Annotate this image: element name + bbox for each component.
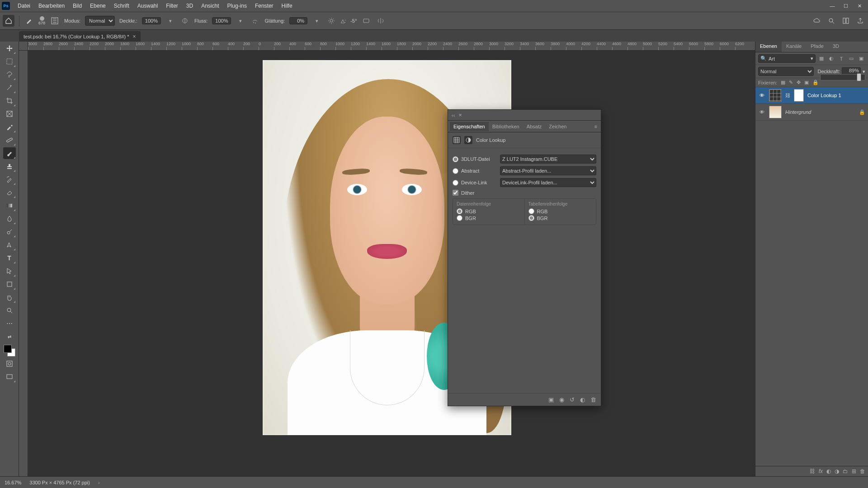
document-tab[interactable]: test.psdc bei 16,7% (Color Lookup 1, RGB… [19, 31, 141, 42]
brush-settings-button[interactable] [50, 16, 60, 26]
opacity-slider-handle[interactable] [857, 73, 861, 81]
wand-tool[interactable] [3, 82, 16, 94]
pen-tool[interactable] [3, 239, 16, 251]
flow-dropdown-icon[interactable]: ▾ [236, 16, 245, 26]
layer-visibility-toggle[interactable]: 👁 [758, 109, 765, 115]
window-close-button[interactable]: ✕ [853, 3, 866, 9]
zoom-tool[interactable] [3, 305, 16, 316]
menu-ansicht[interactable]: Ansicht [197, 3, 223, 9]
tab-bibliotheken[interactable]: Bibliotheken [489, 122, 523, 131]
workspace-button[interactable] [841, 16, 851, 26]
swap-colors[interactable]: ⇄ [3, 331, 16, 343]
menu-datei[interactable]: Datei [14, 3, 34, 9]
lock-position-button[interactable]: ✥ [797, 80, 801, 85]
device-radio[interactable]: Device-Link [453, 180, 495, 186]
smoothing-options-button[interactable] [326, 16, 336, 26]
tool-preset-button[interactable] [24, 16, 34, 26]
lasso-tool[interactable] [3, 69, 16, 80]
tab-3d-panel[interactable]: 3D [828, 42, 844, 52]
lock-all-button[interactable]: 🔒 [812, 80, 819, 85]
layer-fx-button[interactable]: fx [819, 468, 823, 474]
layer-mask-thumbnail[interactable] [794, 89, 804, 102]
ruler-horizontal[interactable]: 3000280026002400220020001800160014001200… [28, 42, 755, 51]
filter-smart-icon[interactable]: ▣ [857, 55, 865, 63]
tab-absatz[interactable]: Absatz [523, 122, 546, 131]
toggle-visibility-button[interactable]: ◉ [559, 396, 564, 403]
window-maximize-button[interactable]: ☐ [839, 3, 853, 9]
delete-adjustment-button[interactable]: 🗑 [590, 396, 596, 403]
path-select-tool[interactable] [3, 265, 16, 277]
panel-close-button[interactable]: × [457, 112, 464, 118]
opacity-slider-popup[interactable] [820, 74, 865, 80]
layer-row-adjustment[interactable]: 👁 ⛓ Color Lookup 1 [755, 87, 868, 104]
flow-value[interactable]: 100% [212, 17, 231, 24]
lut-radio[interactable]: 3DLUT-Datei [453, 156, 495, 162]
quickmask-button[interactable] [3, 358, 16, 370]
layer-thumbnail[interactable] [769, 89, 782, 102]
tab-ebenen[interactable]: Ebenen [755, 42, 782, 52]
crop-tool[interactable] [3, 95, 16, 107]
panel-collapse-button[interactable]: ‹‹ [450, 113, 457, 118]
filter-type-icon[interactable]: T [837, 55, 845, 63]
view-previous-button[interactable]: ◐ [580, 396, 585, 403]
abstract-select[interactable]: Abstract-Profil laden... [500, 166, 596, 175]
menu-hilfe[interactable]: Hilfe [278, 3, 297, 9]
delete-layer-button[interactable]: 🗑 [860, 468, 865, 474]
opacity-value[interactable]: 100% [142, 17, 161, 24]
link-layers-button[interactable]: ⛓ [810, 468, 815, 474]
reset-button[interactable]: ↺ [570, 396, 575, 403]
clip-button[interactable]: ▣ [548, 396, 554, 403]
hand-tool[interactable] [3, 291, 16, 303]
shape-tool[interactable] [3, 278, 16, 290]
close-tab-button[interactable]: × [133, 33, 136, 40]
smoothing-value[interactable]: 0% [289, 17, 307, 24]
data-order-bgr[interactable]: BGR [457, 215, 521, 221]
menu-3d[interactable]: 3D [182, 3, 197, 9]
link-icon[interactable]: ⛓ [785, 93, 790, 98]
brush-tool[interactable] [3, 147, 16, 159]
status-more-button[interactable]: › [98, 480, 100, 485]
foreground-swatch[interactable] [4, 345, 12, 353]
lock-pixels-button[interactable]: ▦ [781, 80, 785, 85]
new-adjustment-button[interactable]: ◑ [835, 468, 839, 474]
dodge-tool[interactable] [3, 226, 16, 238]
menu-schrift[interactable]: Schrift [110, 3, 133, 9]
new-layer-button[interactable]: ⊞ [852, 468, 856, 474]
table-order-rgb[interactable]: RGB [528, 208, 593, 214]
menu-fenster[interactable]: Fenster [251, 3, 278, 9]
layer-name[interactable]: Color Lookup 1 [807, 93, 865, 98]
smoothing-dropdown-icon[interactable]: ▾ [312, 16, 322, 26]
pressure-opacity-button[interactable] [180, 16, 190, 26]
window-minimize-button[interactable]: — [826, 3, 839, 9]
screenmode-button[interactable] [3, 371, 16, 383]
data-order-rgb[interactable]: RGB [457, 208, 521, 214]
eyedropper-tool[interactable] [3, 121, 16, 133]
opacity-dropdown-icon[interactable]: ▾ [165, 16, 175, 26]
tab-zeichen[interactable]: Zeichen [545, 122, 570, 131]
stamp-tool[interactable] [3, 160, 16, 172]
menu-bild[interactable]: Bild [69, 3, 86, 9]
dither-checkbox[interactable]: Dither [453, 190, 495, 196]
layer-filter-kind[interactable]: 🔍 Art ▾ [758, 54, 816, 63]
frame-tool[interactable] [3, 108, 16, 120]
home-button[interactable] [3, 15, 14, 27]
table-order-bgr[interactable]: BGR [528, 215, 593, 221]
chevron-down-icon[interactable]: ▾ [863, 69, 865, 75]
lut-select[interactable]: Z LUT2 Instagram.CUBE [500, 155, 596, 164]
menu-auswahl[interactable]: Auswahl [133, 3, 162, 9]
layer-row-background[interactable]: 👁 Hintergrund 🔒 [755, 104, 868, 121]
lock-paint-button[interactable]: ✎ [789, 80, 793, 85]
lock-artboard-button[interactable]: ▣ [804, 80, 809, 85]
filter-adjust-icon[interactable]: ◐ [827, 55, 835, 63]
ruler-vertical[interactable] [19, 51, 28, 476]
heal-tool[interactable] [3, 134, 16, 146]
menu-plugins[interactable]: Plug-ins [223, 3, 251, 9]
canvas[interactable] [28, 51, 755, 476]
layer-blend-mode[interactable]: Normal [758, 67, 814, 76]
cloud-docs-button[interactable] [812, 16, 822, 26]
layer-visibility-toggle[interactable]: 👁 [758, 93, 765, 98]
blur-tool[interactable] [3, 213, 16, 225]
menu-bearbeiten[interactable]: Bearbeiten [34, 3, 69, 9]
device-select[interactable]: DeviceLink-Profil laden... [500, 178, 596, 187]
menu-ebene[interactable]: Ebene [86, 3, 110, 9]
